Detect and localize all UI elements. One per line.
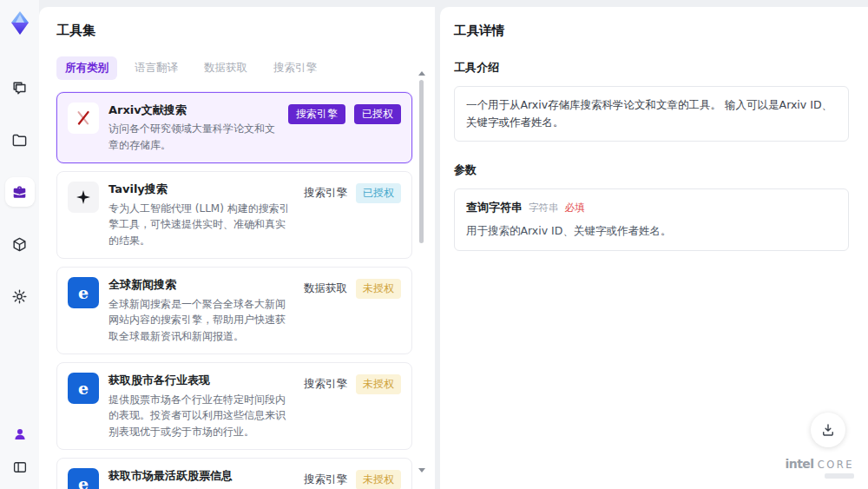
tool-name: 全球新闻搜索 [108, 277, 291, 293]
gear-icon[interactable] [5, 281, 35, 311]
list-scrollbar[interactable] [418, 71, 424, 472]
detail-title: 工具详情 [454, 23, 849, 39]
tool-name: Tavily搜索 [108, 182, 291, 197]
tool-name: Arxiv文献搜索 [108, 102, 275, 118]
tool-description: 全球新闻搜索是一个聚合全球各大新闻网站内容的搜索引擎，帮助用户快速获取全球最新资… [108, 296, 291, 345]
tool-name: 获取股市各行业表现 [108, 373, 291, 388]
chat-icon[interactable] [5, 73, 35, 102]
tool-description: 提供股票市场各个行业在特定时间段内的表现。投资者可以利用这些信息来识别表现优于或… [108, 392, 291, 440]
param-type: 字符串 [529, 202, 559, 215]
tool-list-item[interactable]: Arxiv文献搜索 访问各个研究领域大量科学论文和文章的存储库。 搜索引擎 已授… [56, 92, 412, 163]
tool-name: 获取市场最活跃股票信息 [108, 468, 291, 484]
brand-subtext-bar [825, 473, 854, 479]
scroll-up-arrow[interactable] [418, 71, 425, 76]
tool-list: Arxiv文献搜索 访问各个研究领域大量科学论文和文章的存储库。 搜索引擎 已授… [56, 92, 412, 489]
param-card: 查询字符串 字符串 必填 用于搜索的Arxiv ID、关键字或作者姓名。 [454, 188, 849, 251]
param-name: 查询字符串 [466, 200, 523, 215]
auth-status-badge: 已授权 [356, 183, 401, 203]
news-blue-icon: e [68, 277, 99, 308]
stock-blue-icon: e [68, 468, 99, 489]
intro-box: 一个用于从Arxiv存储库搜索科学论文和文章的工具。 输入可以是Arxiv ID… [454, 86, 849, 142]
sidebar [0, 0, 39, 489]
params-heading: 参数 [454, 162, 849, 178]
sidebar-nav [5, 73, 35, 311]
arxiv-icon [68, 102, 99, 134]
tool-category-label: 搜索引擎 [304, 472, 347, 487]
tool-description: 访问各个研究领域大量科学论文和文章的存储库。 [108, 121, 275, 153]
tool-list-item[interactable]: e 全球新闻搜索 全球新闻搜索是一个聚合全球各大新闻网站内容的搜索引擎，帮助用户… [56, 267, 412, 354]
user-icon[interactable] [5, 423, 35, 446]
tab-2[interactable]: 数据获取 [195, 56, 256, 80]
tavily-icon [68, 182, 99, 213]
tab-3[interactable]: 搜索引擎 [265, 56, 326, 80]
tool-detail-panel: 工具详情 工具介绍 一个用于从Arxiv存储库搜索科学论文和文章的工具。 输入可… [440, 7, 868, 489]
cube-icon[interactable] [5, 229, 35, 259]
app-logo [9, 10, 31, 36]
sidebar-bottom [0, 423, 39, 479]
tool-list-item[interactable]: e 获取市场最活跃股票信息 提供当天交易量最高的股票列表，投资者可以利用这些信息… [56, 458, 412, 489]
tool-category-label: 数据获取 [304, 281, 347, 296]
tool-category-label: 搜索引擎 [288, 104, 345, 124]
param-required-badge: 必填 [565, 202, 585, 215]
brand-core-text: CORE [818, 459, 854, 471]
tab-1[interactable]: 语言翻译 [126, 56, 187, 80]
tool-list-panel: 工具集 所有类别语言翻译数据获取搜索引擎 Arxiv文献搜索 访问各个研究领域大… [39, 7, 435, 489]
tool-category-label: 搜索引擎 [304, 377, 347, 392]
download-button[interactable] [811, 413, 845, 447]
tool-list-item[interactable]: Tavily搜索 专为人工智能代理 (LLM) 构建的搜索引擎工具，可快速提供实… [56, 171, 412, 259]
category-tabs: 所有类别语言翻译数据获取搜索引擎 [56, 56, 412, 80]
panel-toggle-icon[interactable] [5, 456, 35, 479]
tool-category-label: 搜索引擎 [304, 186, 347, 201]
scrollbar-thumb[interactable] [419, 80, 424, 243]
folder-icon[interactable] [5, 125, 35, 155]
tab-0[interactable]: 所有类别 [56, 56, 117, 80]
briefcase-icon[interactable] [5, 177, 35, 207]
intro-heading: 工具介绍 [454, 60, 849, 76]
scroll-down-arrow[interactable] [418, 468, 425, 472]
intro-text: 一个用于从Arxiv存储库搜索科学论文和文章的工具。 输入可以是Arxiv ID… [466, 98, 832, 129]
stock-blue-icon: e [68, 373, 99, 404]
auth-status-badge: 未授权 [356, 470, 401, 489]
auth-status-badge: 未授权 [356, 374, 401, 394]
tool-list-item[interactable]: e 获取股市各行业表现 提供股票市场各个行业在特定时间段内的表现。投资者可以利用… [56, 362, 412, 450]
auth-status-badge: 已授权 [354, 104, 401, 124]
intel-core-logo: intel CORE [785, 457, 854, 479]
tool-description: 专为人工智能代理 (LLM) 构建的搜索引擎工具，可快速提供实时、准确和真实的结… [108, 201, 291, 249]
param-description: 用于搜索的Arxiv ID、关键字或作者姓名。 [466, 223, 837, 240]
auth-status-badge: 未授权 [356, 279, 401, 299]
app-window: 工具集 所有类别语言翻译数据获取搜索引擎 Arxiv文献搜索 访问各个研究领域大… [0, 0, 868, 489]
brand-intel-text: intel [785, 457, 813, 471]
page-title: 工具集 [56, 23, 412, 39]
